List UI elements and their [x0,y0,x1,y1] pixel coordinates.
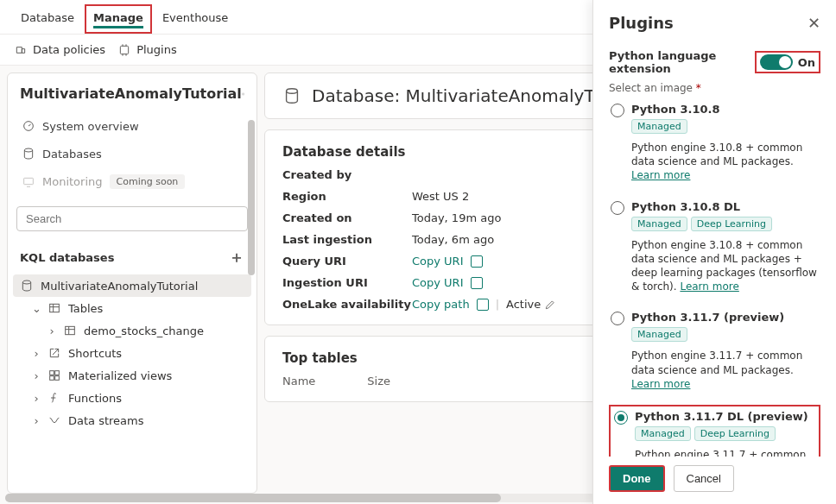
option-description: Python engine 3.10.8 + common data scien… [631,141,819,183]
svg-rect-9 [55,371,60,375]
copy-icon[interactable] [471,277,483,289]
plugins-flyout: Plugins ✕ Python language extension On S… [592,0,836,504]
svg-rect-10 [50,376,54,381]
pencil-icon[interactable] [544,299,556,311]
tree-db-root[interactable]: MultivariateAnomalyTutorial [13,274,251,297]
database-icon [20,279,34,293]
learn-more-link[interactable]: Learn more [631,378,690,390]
shortcut-icon [48,346,61,360]
tab-manage[interactable]: Manage [93,8,143,28]
tree-table-demo[interactable]: › demo_stocks_change [13,319,251,342]
tree-shortcuts[interactable]: › Shortcuts [13,342,251,364]
add-database-button[interactable]: ＋ [229,247,244,268]
option-tag: Managed [631,327,687,342]
tree-tables-label: Tables [68,302,103,315]
chevron-right-icon: › [48,324,56,337]
image-option-2[interactable]: Python 3.11.7 (preview)ManagedPython eng… [609,307,820,396]
data-policies-label: Data policies [33,43,105,56]
plugins-label: Plugins [136,43,177,56]
region-label: Region [282,190,412,203]
done-button[interactable]: Done [609,465,665,492]
nav-databases-label: Databases [42,148,102,161]
nav-databases[interactable]: Databases [16,140,248,167]
copy-onelake-path-link[interactable]: Copy path [412,298,470,311]
tree-data-streams[interactable]: › Data streams [13,409,251,432]
expand-icon[interactable] [242,87,244,101]
option-name: Python 3.10.8 DL [631,200,819,213]
chevron-right-icon: › [32,414,41,427]
col-name: Name [282,375,315,387]
image-option-0[interactable]: Python 3.10.8ManagedPython engine 3.10.8… [609,99,820,188]
cancel-button[interactable]: Cancel [674,465,734,492]
learn-more-link[interactable]: Learn more [680,280,738,293]
nav-monitoring: Monitoring Coming soon [16,167,248,196]
left-title: MultivariateAnomalyTutorial [20,85,242,102]
gauge-icon [22,119,35,133]
nav-system-overview[interactable]: System overview [16,112,248,140]
data-policies-button[interactable]: Data policies [14,43,105,57]
radio-button[interactable] [611,104,624,117]
shield-icon [14,43,28,57]
query-uri-label: Query URI [282,255,412,268]
tree-functions-label: Functions [68,392,122,405]
option-name: Python 3.11.7 DL (preview) [635,410,815,423]
python-extension-toggle[interactable] [760,54,793,70]
tree-shortcuts-label: Shortcuts [68,347,122,360]
svg-rect-8 [50,371,54,375]
tree-db-name: MultivariateAnomalyTutorial [41,280,198,293]
option-tag: Managed [631,119,687,134]
chevron-right-icon: › [32,369,41,382]
tree-streams-label: Data streams [68,414,144,427]
svg-rect-1 [242,92,244,94]
image-option-1[interactable]: Python 3.10.8 DLManagedDeep LearningPyth… [609,197,820,299]
option-description: Python engine 3.11.7 + common data scien… [631,349,819,391]
copy-ingestion-uri-link[interactable]: Copy URI [412,276,464,289]
plugins-button[interactable]: Plugins [117,43,177,57]
copy-icon[interactable] [471,255,483,268]
created-on-label: Created on [282,211,412,224]
close-button[interactable]: ✕ [808,16,820,31]
left-scrollbar[interactable] [248,120,255,275]
tree-mat-views[interactable]: › Materialized views [13,364,251,387]
monitor-icon [22,175,35,189]
copy-icon[interactable] [477,299,489,311]
last-ingestion-label: Last ingestion [282,233,412,246]
coming-soon-badge: Coming soon [110,174,186,189]
tree-table-demo-label: demo_stocks_change [84,324,204,337]
onelake-status: Active [506,298,541,311]
grid-icon [48,369,61,382]
tree-functions[interactable]: › Functions [13,387,251,409]
chevron-right-icon: › [32,347,41,360]
svg-point-3 [24,148,32,152]
highlight-manage: Manage [85,4,152,34]
bottom-scrollbar-thumb[interactable] [5,494,501,502]
kql-databases-header: KQL databases [20,251,114,264]
option-tag: Managed [631,217,687,231]
radio-button[interactable] [611,201,624,215]
radio-button[interactable] [611,312,624,325]
toggle-highlight: On [755,51,820,73]
chevron-down-icon: ⌄ [32,302,41,315]
image-option-3[interactable]: Python 3.11.7 DL (preview)ManagedDeep Le… [609,405,820,457]
learn-more-link[interactable]: Learn more [631,169,690,181]
col-size: Size [367,375,390,387]
svg-point-5 [22,280,30,284]
image-options-list: Python 3.10.8ManagedPython engine 3.10.8… [609,99,820,457]
tree-tables[interactable]: ⌄ Tables [13,297,251,319]
option-name: Python 3.11.7 (preview) [631,311,819,324]
table-icon [63,324,77,337]
copy-query-uri-link[interactable]: Copy URI [412,255,464,268]
database-tree: MultivariateAnomalyTutorial ⌄ Tables › d… [8,271,256,440]
option-description: Python engine 3.11.7 + common data scien… [635,448,815,457]
svg-rect-0 [120,46,128,54]
radio-button[interactable] [614,411,628,425]
left-panel: MultivariateAnomalyTutorial System overv… [7,72,257,494]
search-input[interactable] [16,206,248,231]
svg-rect-6 [50,304,60,312]
plugin-icon [117,43,131,57]
svg-rect-7 [66,326,75,334]
option-name: Python 3.10.8 [631,103,819,116]
tab-database[interactable]: Database [10,3,85,34]
tab-eventhouse[interactable]: Eventhouse [152,3,238,34]
function-icon [48,391,61,405]
